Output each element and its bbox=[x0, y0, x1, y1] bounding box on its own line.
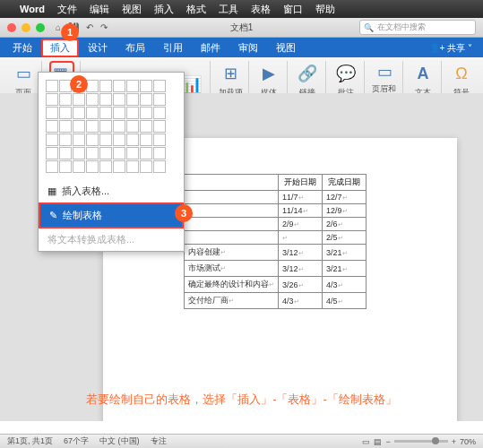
grid-cell[interactable] bbox=[86, 134, 99, 146]
grid-cell[interactable] bbox=[46, 107, 58, 119]
tab-review[interactable]: 审阅 bbox=[229, 39, 267, 57]
menu-tools[interactable]: 工具 bbox=[219, 3, 238, 16]
zoom-slider[interactable] bbox=[394, 440, 448, 443]
grid-cell[interactable] bbox=[99, 134, 112, 146]
grid-cell[interactable] bbox=[73, 134, 85, 146]
grid-cell[interactable] bbox=[46, 93, 58, 106]
grid-cell[interactable] bbox=[153, 120, 166, 133]
grid-cell[interactable] bbox=[140, 93, 152, 106]
links-icon[interactable]: 🔗 bbox=[295, 61, 320, 86]
grid-cell[interactable] bbox=[153, 93, 166, 106]
tab-home[interactable]: 开始 bbox=[4, 39, 41, 57]
comments-icon[interactable]: 💬 bbox=[333, 61, 358, 86]
status-words[interactable]: 67个字 bbox=[64, 435, 89, 447]
grid-cell[interactable] bbox=[86, 147, 99, 159]
grid-cell[interactable] bbox=[140, 147, 152, 159]
page-icon[interactable]: ▭ bbox=[11, 61, 36, 86]
grid-cell[interactable] bbox=[153, 147, 166, 159]
tab-design[interactable]: 设计 bbox=[79, 39, 116, 57]
grid-cell[interactable] bbox=[99, 93, 112, 106]
status-page[interactable]: 第1页, 共1页 bbox=[7, 435, 53, 447]
menu-draw-table[interactable]: ✎绘制表格 3 bbox=[39, 202, 184, 228]
undo-icon[interactable]: ↶ bbox=[86, 22, 93, 32]
tab-mailings[interactable]: 邮件 bbox=[192, 39, 229, 57]
grid-cell[interactable] bbox=[113, 134, 125, 146]
zoom-thumb[interactable] bbox=[432, 437, 439, 444]
menu-help[interactable]: 帮助 bbox=[315, 3, 335, 16]
status-focus[interactable]: 专注 bbox=[151, 435, 167, 447]
grid-cell[interactable] bbox=[99, 147, 112, 159]
grid-cell[interactable] bbox=[46, 160, 58, 173]
grid-cell[interactable] bbox=[126, 107, 139, 119]
menu-format[interactable]: 格式 bbox=[186, 3, 206, 16]
grid-cell[interactable] bbox=[140, 160, 152, 173]
share-button[interactable]: 👤+ 共享 ˅ bbox=[422, 39, 479, 57]
grid-cell[interactable] bbox=[140, 80, 152, 92]
menu-window[interactable]: 窗口 bbox=[283, 3, 303, 16]
table-grid-picker[interactable] bbox=[39, 73, 184, 180]
app-name[interactable]: Word bbox=[20, 4, 45, 14]
grid-cell[interactable] bbox=[126, 147, 139, 159]
view-web-icon[interactable]: ▤ bbox=[374, 437, 382, 446]
grid-cell[interactable] bbox=[113, 120, 125, 133]
grid-cell[interactable] bbox=[73, 107, 85, 119]
grid-cell[interactable] bbox=[126, 80, 139, 92]
grid-cell[interactable] bbox=[113, 107, 125, 119]
tab-insert[interactable]: 插入 bbox=[41, 39, 79, 57]
grid-cell[interactable] bbox=[59, 120, 72, 133]
zoom-level[interactable]: 70% bbox=[460, 437, 476, 446]
grid-cell[interactable] bbox=[99, 160, 112, 173]
tab-view[interactable]: 视图 bbox=[267, 39, 305, 57]
menu-insert-table[interactable]: ▦插入表格... bbox=[39, 180, 184, 202]
tab-references[interactable]: 引用 bbox=[154, 39, 192, 57]
grid-cell[interactable] bbox=[126, 120, 139, 133]
grid-cell[interactable] bbox=[59, 93, 72, 106]
minimize-button[interactable] bbox=[22, 23, 30, 32]
grid-cell[interactable] bbox=[59, 160, 72, 173]
grid-cell[interactable] bbox=[113, 93, 125, 106]
symbol-icon[interactable]: Ω bbox=[449, 61, 474, 86]
grid-cell[interactable] bbox=[86, 120, 99, 133]
grid-cell[interactable] bbox=[73, 120, 85, 133]
zoom-in-icon[interactable]: + bbox=[452, 437, 456, 446]
grid-cell[interactable] bbox=[99, 107, 112, 119]
close-button[interactable] bbox=[7, 23, 16, 32]
grid-cell[interactable] bbox=[59, 134, 72, 146]
grid-cell[interactable] bbox=[59, 107, 72, 119]
grid-cell[interactable] bbox=[153, 80, 166, 92]
grid-cell[interactable] bbox=[126, 160, 139, 173]
menu-table[interactable]: 表格 bbox=[251, 3, 271, 16]
grid-cell[interactable] bbox=[73, 93, 85, 106]
grid-cell[interactable] bbox=[153, 134, 166, 146]
grid-cell[interactable] bbox=[86, 107, 99, 119]
document-table[interactable]: 开始日期完成日期 11/7↵12/7↵ 11/14↵12/9↵ 2/9↵2/6↵… bbox=[184, 174, 367, 309]
grid-cell[interactable] bbox=[46, 80, 58, 92]
grid-cell[interactable] bbox=[73, 147, 85, 159]
grid-cell[interactable] bbox=[113, 147, 125, 159]
grid-cell[interactable] bbox=[46, 120, 58, 133]
grid-cell[interactable] bbox=[46, 147, 58, 159]
status-lang[interactable]: 中文 (中国) bbox=[99, 435, 140, 447]
zoom-out-icon[interactable]: − bbox=[385, 437, 390, 446]
grid-cell[interactable] bbox=[126, 134, 139, 146]
redo-icon[interactable]: ↷ bbox=[100, 22, 108, 32]
view-print-icon[interactable]: ▭ bbox=[362, 437, 370, 446]
grid-cell[interactable] bbox=[153, 107, 166, 119]
header-icon[interactable]: ▭ bbox=[372, 61, 397, 82]
menu-file[interactable]: 文件 bbox=[57, 3, 77, 16]
grid-cell[interactable] bbox=[99, 80, 112, 92]
search-input[interactable]: 🔍 在文档中搜索 bbox=[359, 20, 476, 35]
grid-cell[interactable] bbox=[46, 134, 58, 146]
addins-icon[interactable]: ⊞ bbox=[218, 61, 243, 86]
menu-insert[interactable]: 插入 bbox=[154, 3, 174, 16]
grid-cell[interactable] bbox=[86, 160, 99, 173]
grid-cell[interactable] bbox=[86, 93, 99, 106]
grid-cell[interactable] bbox=[126, 93, 139, 106]
grid-cell[interactable] bbox=[113, 160, 125, 173]
grid-cell[interactable] bbox=[99, 120, 112, 133]
grid-cell[interactable] bbox=[86, 80, 99, 92]
text-icon[interactable]: A bbox=[410, 61, 436, 86]
menu-view[interactable]: 视图 bbox=[122, 3, 142, 16]
grid-cell[interactable] bbox=[140, 120, 152, 133]
zoom-button[interactable] bbox=[36, 23, 45, 32]
